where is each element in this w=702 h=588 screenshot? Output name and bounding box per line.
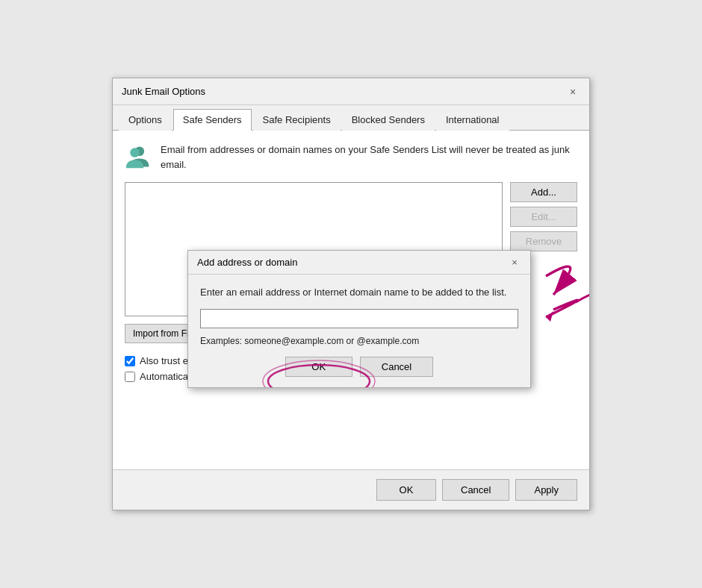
content-area: Email from addresses or domain names on … [113, 131, 589, 469]
tab-international[interactable]: International [436, 109, 509, 131]
sub-dialog: Add address or domain × Enter an email a… [187, 250, 531, 388]
main-dialog-title: Junk Email Options [122, 86, 205, 97]
main-ok-button[interactable]: OK [376, 479, 436, 501]
tab-bar: Options Safe Senders Safe Recipients Blo… [113, 105, 589, 131]
tab-options[interactable]: Options [119, 109, 172, 131]
info-description: Email from addresses or domain names on … [161, 143, 577, 172]
add-button[interactable]: Add... [510, 182, 577, 202]
sub-dialog-title: Add address or domain [197, 257, 297, 268]
sub-title-bar: Add address or domain × [188, 251, 530, 275]
main-dialog: Junk Email Options × Options Safe Sender… [112, 78, 590, 510]
bottom-buttons-bar: OK Cancel Apply [113, 469, 589, 510]
main-cancel-button[interactable]: Cancel [442, 479, 509, 501]
sub-cancel-button[interactable]: Cancel [360, 357, 433, 377]
auto-add-checkbox[interactable] [125, 372, 135, 382]
main-close-button[interactable]: × [565, 84, 580, 99]
tab-safe-senders[interactable]: Safe Senders [173, 109, 252, 131]
tab-safe-recipients[interactable]: Safe Recipients [253, 109, 341, 131]
sub-dialog-buttons: OK Cancel [200, 357, 518, 377]
svg-point-1 [130, 148, 140, 157]
sub-dialog-description: Enter an email address or Internet domai… [200, 285, 518, 300]
users-icon [125, 143, 152, 169]
address-input[interactable] [200, 309, 518, 328]
remove-button[interactable]: Remove [510, 231, 577, 251]
main-apply-button[interactable]: Apply [515, 479, 577, 501]
main-title-bar: Junk Email Options × [113, 78, 589, 105]
trust-contacts-checkbox[interactable] [125, 356, 135, 366]
sub-dialog-content: Enter an email address or Internet domai… [188, 275, 530, 387]
sub-input-wrapper [200, 309, 518, 328]
tab-blocked-senders[interactable]: Blocked Senders [342, 109, 435, 131]
sub-ok-button[interactable]: OK [285, 357, 352, 377]
edit-button[interactable]: Edit... [510, 207, 577, 227]
sub-examples-text: Examples: someone@example.com or @exampl… [200, 336, 518, 346]
info-row: Email from addresses or domain names on … [125, 143, 577, 172]
sub-close-button[interactable]: × [508, 256, 521, 269]
